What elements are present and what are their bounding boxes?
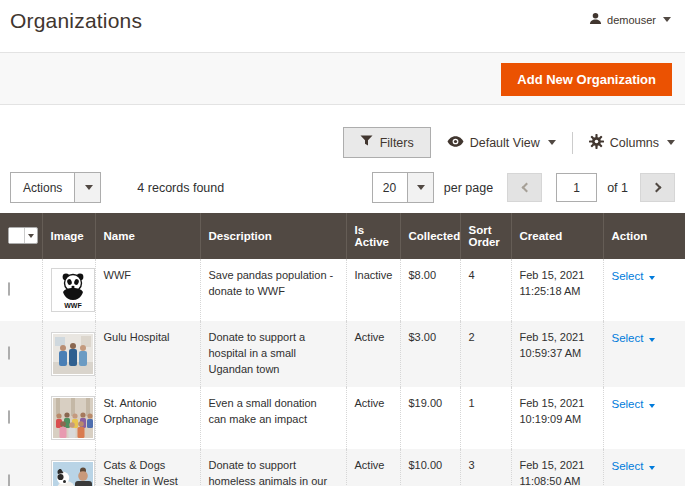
previous-page-button[interactable] bbox=[507, 173, 542, 202]
cell-sort-order: 4 bbox=[460, 259, 511, 321]
select-action-link[interactable]: Select bbox=[612, 270, 644, 282]
per-page-label: per page bbox=[444, 181, 493, 195]
column-header-is-active[interactable]: Is Active bbox=[346, 213, 400, 259]
cell-sort-order: 2 bbox=[460, 321, 511, 387]
cell-name: Cats & Dogs Shelter in West River bbox=[95, 449, 200, 486]
cell-description: Donate to support homeless animals in ou… bbox=[200, 449, 346, 486]
actions-dropdown-caret bbox=[74, 173, 100, 202]
column-header-collected[interactable]: Collected bbox=[400, 213, 460, 259]
cell-sort-order: 1 bbox=[460, 387, 511, 449]
cell-collected: $10.00 bbox=[400, 449, 460, 486]
user-name: demouser bbox=[607, 14, 656, 26]
table-row: Gulu Hospital Donate to support a hospit… bbox=[0, 321, 685, 387]
per-page-caret bbox=[407, 173, 433, 202]
chevron-down-icon bbox=[649, 338, 655, 342]
cell-name: St. Antonio Orphanage bbox=[95, 387, 200, 449]
default-view-control[interactable]: Default View bbox=[447, 135, 556, 151]
select-all-caret bbox=[24, 228, 37, 243]
row-checkbox[interactable] bbox=[8, 282, 10, 296]
table-row: Cats & Dogs Shelter in West River Donate… bbox=[0, 449, 685, 486]
cell-created: Feb 15, 2021 10:19:09 AM bbox=[511, 387, 603, 449]
organization-thumbnail bbox=[51, 460, 95, 486]
column-header-action[interactable]: Action bbox=[603, 213, 685, 259]
column-header-name[interactable]: Name bbox=[95, 213, 200, 259]
organization-thumbnail bbox=[51, 396, 95, 440]
filter-funnel-icon bbox=[360, 135, 373, 150]
eye-icon bbox=[447, 135, 464, 151]
actions-dropdown[interactable]: Actions bbox=[10, 172, 101, 203]
cell-sort-order: 3 bbox=[460, 449, 511, 486]
column-header-image[interactable]: Image bbox=[42, 213, 95, 259]
columns-control[interactable]: Columns bbox=[589, 134, 675, 152]
records-found: 4 records found bbox=[137, 181, 224, 195]
chevron-down-icon bbox=[649, 276, 655, 280]
gear-icon bbox=[589, 134, 604, 152]
cell-is-active: Active bbox=[346, 387, 400, 449]
cell-image: WWF bbox=[42, 259, 95, 321]
cell-collected: $3.00 bbox=[400, 321, 460, 387]
toolbar-divider bbox=[572, 132, 573, 154]
cell-created: Feb 15, 2021 11:08:50 AM bbox=[511, 449, 603, 486]
column-header-description[interactable]: Description bbox=[200, 213, 346, 259]
page-number-input[interactable] bbox=[556, 173, 597, 202]
grid-controls: Actions 4 records found 20 per page of 1 bbox=[0, 170, 685, 213]
cell-checkbox bbox=[0, 321, 42, 387]
row-checkbox[interactable] bbox=[8, 346, 10, 360]
chevron-down-icon bbox=[649, 466, 655, 470]
select-all-header bbox=[0, 213, 42, 259]
table-row: WWF WWF Save pandas population - donate … bbox=[0, 259, 685, 321]
user-icon bbox=[589, 12, 602, 27]
row-checkbox[interactable] bbox=[8, 474, 10, 486]
cell-image bbox=[42, 321, 95, 387]
organization-thumbnail bbox=[51, 332, 95, 376]
organizations-table: Image Name Description Is Active Collect… bbox=[0, 213, 685, 486]
next-page-button[interactable] bbox=[640, 173, 675, 202]
svg-text:WWF: WWF bbox=[64, 302, 82, 309]
add-new-organization-button[interactable]: Add New Organization bbox=[501, 63, 672, 96]
cell-created: Feb 15, 2021 11:25:18 AM bbox=[511, 259, 603, 321]
cell-action: Select bbox=[603, 321, 685, 387]
columns-label: Columns bbox=[610, 136, 659, 150]
chevron-left-icon bbox=[521, 183, 531, 193]
cell-checkbox bbox=[0, 387, 42, 449]
cell-is-active: Active bbox=[346, 449, 400, 486]
user-menu[interactable]: demouser bbox=[589, 9, 671, 27]
select-all-checkbox[interactable] bbox=[8, 227, 38, 244]
column-header-sort-order[interactable]: Sort Order bbox=[460, 213, 511, 259]
default-view-label: Default View bbox=[470, 136, 540, 150]
cell-image bbox=[42, 387, 95, 449]
cell-is-active: Inactive bbox=[346, 259, 400, 321]
select-action-link[interactable]: Select bbox=[612, 460, 644, 472]
cell-action: Select bbox=[603, 449, 685, 486]
table-header-row: Image Name Description Is Active Collect… bbox=[0, 213, 685, 259]
cell-image bbox=[42, 449, 95, 486]
cell-created: Feb 15, 2021 10:59:37 AM bbox=[511, 321, 603, 387]
cell-description: Even a small donation can make an impact bbox=[200, 387, 346, 449]
organization-thumbnail: WWF bbox=[51, 268, 95, 312]
cell-description: Donate to support a hospital in a small … bbox=[200, 321, 346, 387]
chevron-down-icon bbox=[663, 17, 671, 22]
grid-toolbar: Filters Default View Columns bbox=[0, 105, 685, 170]
select-action-link[interactable]: Select bbox=[612, 332, 644, 344]
cell-action: Select bbox=[603, 387, 685, 449]
cell-collected: $8.00 bbox=[400, 259, 460, 321]
filters-button[interactable]: Filters bbox=[343, 127, 431, 158]
per-page-dropdown[interactable]: 20 bbox=[372, 172, 434, 203]
chevron-right-icon bbox=[651, 183, 661, 193]
page-header: Organizations demouser bbox=[0, 0, 685, 52]
cell-is-active: Active bbox=[346, 321, 400, 387]
column-header-created[interactable]: Created bbox=[511, 213, 603, 259]
table-row: St. Antonio Orphanage Even a small donat… bbox=[0, 387, 685, 449]
cell-collected: $19.00 bbox=[400, 387, 460, 449]
filters-label: Filters bbox=[380, 136, 414, 150]
chevron-down-icon bbox=[667, 140, 675, 145]
chevron-down-icon bbox=[548, 140, 556, 145]
per-page-value: 20 bbox=[373, 173, 407, 202]
page-title: Organizations bbox=[10, 9, 142, 33]
cell-action: Select bbox=[603, 259, 685, 321]
cell-name: WWF bbox=[95, 259, 200, 321]
total-pages-label: of 1 bbox=[607, 181, 628, 195]
select-action-link[interactable]: Select bbox=[612, 398, 644, 410]
page-actions-bar: Add New Organization bbox=[0, 52, 685, 105]
row-checkbox[interactable] bbox=[8, 410, 10, 424]
